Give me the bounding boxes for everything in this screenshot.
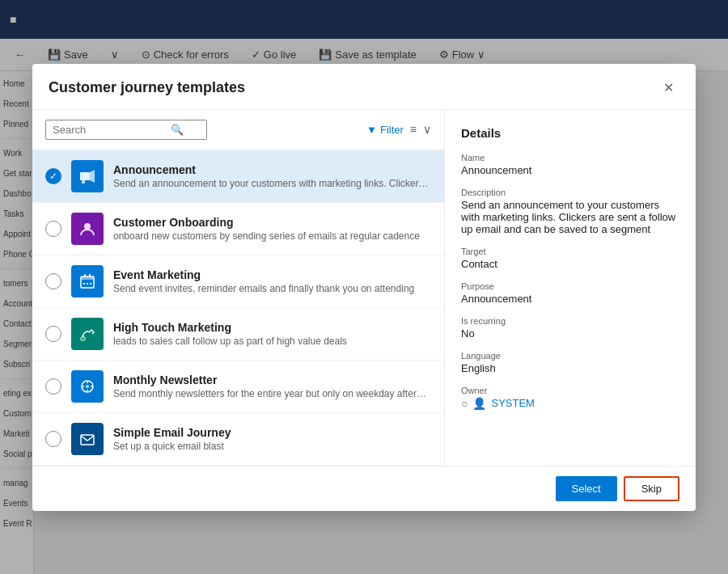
dialog-overlay: Customer journey templates ✕ 🔍 ▼ Filter: [0, 0, 728, 574]
onboarding-icon: [71, 213, 104, 245]
dialog-title: Customer journey templates: [49, 79, 245, 96]
template-item-event[interactable]: Event Marketing Send event invites, remi…: [32, 255, 444, 308]
owner-row: ○ 👤 SYSTEM: [461, 397, 679, 410]
template-check-newsletter: [45, 378, 61, 395]
detail-language-label: Language: [461, 351, 679, 361]
detail-desc-field: Description Send an announcement to your…: [461, 188, 679, 235]
filter-area: ▼ Filter ≡ ∨: [366, 123, 431, 136]
detail-language-field: Language English: [461, 351, 679, 374]
detail-owner-label: Owner: [461, 386, 679, 395]
details-title: Details: [461, 126, 679, 140]
select-button[interactable]: Select: [556, 476, 617, 501]
event-name: Event Marketing: [113, 268, 431, 281]
empty-circle-icon-2: [45, 273, 61, 289]
announcement-info: Announcement Send an announcement to you…: [113, 163, 431, 189]
dialog-footer: Select Skip: [32, 466, 696, 511]
svg-rect-10: [90, 283, 91, 285]
owner-user-icon: 👤: [472, 397, 486, 410]
svg-rect-2: [82, 180, 85, 184]
svg-rect-8: [83, 283, 85, 285]
hightouch-name: High Touch Marketing: [113, 321, 431, 334]
detail-purpose-value: Announcement: [461, 293, 679, 305]
search-input[interactable]: [53, 124, 166, 136]
detail-owner-field: Owner ○ 👤 SYSTEM: [461, 386, 679, 410]
svg-rect-7: [89, 274, 91, 277]
svg-rect-9: [87, 283, 88, 285]
svg-point-3: [84, 223, 91, 230]
expand-icon[interactable]: ∨: [423, 123, 431, 136]
svg-point-12: [83, 338, 83, 339]
email-desc: Set up a quick email blast: [113, 441, 431, 452]
search-input-wrap[interactable]: 🔍: [45, 120, 207, 140]
event-info: Event Marketing Send event invites, remi…: [113, 268, 431, 294]
empty-circle-icon-4: [45, 378, 61, 395]
email-icon: [71, 423, 104, 455]
filter-icon: ▼: [366, 124, 377, 136]
detail-name-label: Name: [461, 153, 679, 162]
detail-name-field: Name Announcement: [461, 153, 679, 176]
sort-icon[interactable]: ≡: [410, 123, 417, 136]
svg-marker-1: [90, 170, 95, 183]
template-check-announcement: ✓: [45, 168, 61, 184]
detail-purpose-field: Purpose Announcement: [461, 281, 679, 305]
search-icon: 🔍: [171, 124, 184, 136]
detail-recurring-label: Is recurring: [461, 316, 679, 326]
template-check-hightouch: [45, 326, 61, 342]
hightouch-desc: leads to sales call follow up as part of…: [113, 336, 431, 347]
template-item-hightouch[interactable]: High Touch Marketing leads to sales call…: [32, 308, 444, 361]
details-panel: Details Name Announcement Description Se…: [445, 110, 696, 466]
detail-target-value: Contact: [461, 258, 679, 270]
svg-rect-14: [81, 435, 94, 445]
hightouch-info: High Touch Marketing leads to sales call…: [113, 321, 431, 347]
event-desc: Send event invites, reminder emails and …: [113, 283, 431, 294]
email-name: Simple Email Journey: [113, 426, 431, 439]
onboarding-info: Customer Onboarding onboard new customer…: [113, 216, 431, 242]
template-check-email: [45, 431, 61, 447]
dialog-header: Customer journey templates ✕: [32, 64, 696, 110]
newsletter-info: Monthly Newsletter Send monthly newslett…: [113, 374, 431, 399]
filter-button[interactable]: ▼ Filter: [366, 124, 404, 136]
close-button[interactable]: ✕: [657, 77, 679, 99]
template-item-newsletter[interactable]: Monthly Newsletter Send monthly newslett…: [32, 361, 444, 413]
onboarding-desc: onboard new customers by sending series …: [113, 230, 431, 242]
newsletter-name: Monthly Newsletter: [113, 374, 431, 386]
owner-loading-icon: ○: [461, 397, 468, 410]
detail-name-value: Announcement: [461, 164, 679, 176]
template-item-announcement[interactable]: ✓ Announcement Send an announcement to: [32, 150, 444, 203]
empty-circle-icon: [45, 221, 61, 237]
empty-circle-icon-3: [45, 326, 61, 342]
detail-purpose-label: Purpose: [461, 281, 679, 291]
svg-rect-5: [81, 276, 94, 280]
template-item-email[interactable]: Simple Email Journey Set up a quick emai…: [32, 413, 444, 466]
template-dialog: Customer journey templates ✕ 🔍 ▼ Filter: [32, 64, 696, 511]
dialog-body: 🔍 ▼ Filter ≡ ∨: [32, 110, 696, 466]
detail-target-field: Target Contact: [461, 247, 679, 270]
template-list-panel: 🔍 ▼ Filter ≡ ∨: [32, 110, 445, 466]
announcement-icon: [71, 160, 104, 192]
template-item-onboarding[interactable]: Customer Onboarding onboard new customer…: [32, 203, 444, 255]
hightouch-icon: [71, 318, 104, 350]
newsletter-icon: [71, 370, 104, 403]
announcement-desc: Send an announcement to your customers w…: [113, 178, 431, 189]
skip-button[interactable]: Skip: [624, 476, 679, 501]
onboarding-name: Customer Onboarding: [113, 216, 431, 229]
detail-desc-label: Description: [461, 188, 679, 197]
svg-rect-0: [80, 172, 90, 180]
search-filter-bar: 🔍 ▼ Filter ≡ ∨: [32, 110, 444, 150]
empty-circle-icon-5: [45, 431, 61, 447]
template-list: ✓ Announcement Send an announcement to: [32, 150, 444, 466]
detail-target-label: Target: [461, 247, 679, 256]
detail-desc-value: Send an announcement to your customers w…: [461, 199, 679, 235]
email-info: Simple Email Journey Set up a quick emai…: [113, 426, 431, 452]
newsletter-desc: Send monthly newsletters for the entire …: [113, 388, 431, 399]
detail-recurring-field: Is recurring No: [461, 316, 679, 340]
check-circle-icon: ✓: [45, 168, 61, 184]
template-check-event: [45, 273, 61, 289]
event-icon: [71, 265, 104, 298]
detail-owner-value[interactable]: SYSTEM: [491, 397, 534, 409]
svg-rect-6: [84, 274, 86, 277]
detail-language-value: English: [461, 362, 679, 374]
detail-recurring-value: No: [461, 327, 679, 340]
template-check-onboarding: [45, 221, 61, 237]
announcement-name: Announcement: [113, 163, 431, 176]
